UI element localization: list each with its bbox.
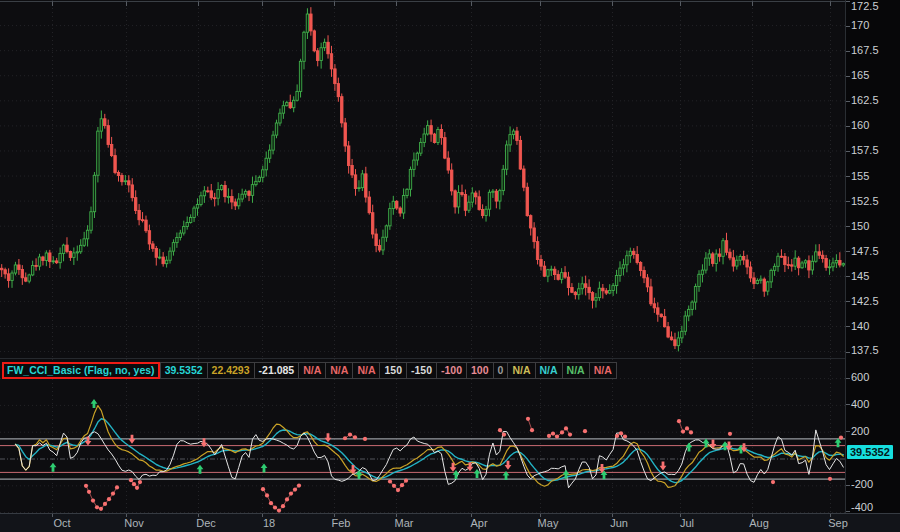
axis-tick-label: -200 (851, 478, 873, 490)
axis-tick-label: 150 (851, 220, 869, 232)
axis-tick-label: 140 (851, 320, 869, 332)
indicator-value-badge: 39.5352 (847, 445, 893, 459)
axis-tick-label: 400 (851, 398, 869, 410)
axis-tick (846, 101, 850, 102)
flag-dots (84, 417, 843, 513)
axis-tick (846, 51, 850, 52)
time-axis-tick (471, 514, 472, 517)
indicator-value-cell: N/A (325, 362, 353, 379)
axis-tick-label: 200 (851, 425, 869, 437)
time-axis-tick (752, 514, 753, 517)
time-axis-tick (680, 514, 681, 517)
time-axis-tick (262, 514, 263, 517)
time-axis-label: 18 (263, 517, 275, 529)
indicator-value-cell: N/A (535, 362, 563, 379)
indicator-panel[interactable]: FW_CCI_Basic (Flag, no, yes)39.535222.42… (0, 358, 845, 513)
axis-tick (846, 226, 850, 227)
indicator-value-cell: N/A (298, 362, 326, 379)
indicator-value-cell: N/A (562, 362, 590, 379)
time-axis-tick (334, 514, 335, 517)
axis-tick-label: 167.5 (851, 44, 879, 56)
price-panel[interactable] (0, 0, 845, 358)
indicator-value-cell: -21.085 (254, 362, 300, 379)
indicator-value-cell: 100 (466, 362, 494, 379)
indicator-value-cell: N/A (507, 362, 535, 379)
axis-tick (846, 1, 850, 2)
axis-tick-label: 147.5 (851, 245, 879, 257)
indicator-value-cell: 39.5352 (160, 362, 208, 379)
indicator-header-row: FW_CCI_Basic (Flag, no, yes)39.535222.42… (2, 362, 617, 379)
axis-tick-label: -400 (851, 501, 873, 513)
indicator-gridlines (0, 359, 845, 514)
axis-tick-label: 137.5 (851, 344, 879, 356)
indicator-value-cell: -100 (436, 362, 467, 379)
time-axis-tick (52, 514, 53, 517)
time-axis-label: Jun (610, 517, 628, 529)
indicator-value-cell: -150 (406, 362, 437, 379)
time-axis-label: Mar (395, 517, 414, 529)
time-axis-label: Jul (680, 517, 694, 529)
indicator-chart-canvas[interactable] (0, 359, 845, 514)
axis-tick-label: 142.5 (851, 295, 879, 307)
axis-tick-label: 162.5 (851, 94, 879, 106)
trading-chart-window: FW_CCI_Basic (Flag, no, yes)39.535222.42… (0, 0, 900, 532)
axis-tick-label: 155 (851, 170, 869, 182)
axis-tick-label: 172.5 (851, 0, 879, 12)
axis-tick (846, 151, 850, 152)
axis-tick (846, 485, 850, 486)
axis-tick-label: 165 (851, 69, 869, 81)
axis-tick (846, 301, 850, 302)
time-axis-label: Aug (749, 517, 769, 529)
price-gridlines (0, 0, 845, 358)
time-axis-tick (198, 514, 199, 517)
indicator-name-label[interactable]: FW_CCI_Basic (Flag, no, yes) (2, 362, 160, 379)
axis-tick (846, 26, 850, 27)
time-axis[interactable]: OctNovDec18FebMarAprMayJunJulAugSep (0, 513, 900, 532)
axis-tick-label: 160 (851, 119, 869, 131)
time-axis-label: Oct (53, 517, 70, 529)
axis-tick-label: 145 (851, 270, 869, 282)
time-axis-label: Apr (470, 517, 487, 529)
axis-tick (846, 326, 850, 327)
axis-tick (846, 378, 850, 379)
axis-tick-label: 157.5 (851, 144, 879, 156)
axis-tick (846, 431, 850, 432)
time-axis-tick (612, 514, 613, 517)
indicator-value-cell: 0 (493, 362, 509, 379)
price-axis[interactable]: 39.5352 172.5170167.5165162.5160157.5155… (845, 0, 900, 513)
axis-tick (846, 76, 850, 77)
axis-tick (846, 176, 850, 177)
time-axis-label: May (538, 517, 559, 529)
time-axis-label: Sep (828, 517, 848, 529)
indicator-lines (16, 406, 844, 488)
axis-tick (846, 276, 850, 277)
price-chart-canvas[interactable] (0, 0, 845, 358)
axis-tick (846, 511, 850, 512)
time-axis-tick (396, 514, 397, 517)
time-axis-label: Nov (124, 517, 144, 529)
time-axis-label: Feb (332, 517, 351, 529)
time-axis-tick (540, 514, 541, 517)
candles-group (1, 7, 845, 351)
axis-tick-label: 600 (851, 371, 869, 383)
time-axis-label: Dec (196, 517, 216, 529)
axis-tick-label: 170 (851, 19, 869, 31)
axis-tick (846, 251, 850, 252)
axis-tick (846, 404, 850, 405)
axis-tick (846, 201, 850, 202)
time-axis-tick (126, 514, 127, 517)
indicator-value-cell: 150 (379, 362, 407, 379)
axis-tick (846, 352, 850, 353)
indicator-value-cell: 22.4293 (207, 362, 255, 379)
axis-tick (846, 126, 850, 127)
axis-tick-label: 152.5 (851, 195, 879, 207)
indicator-value-cell: N/A (352, 362, 380, 379)
time-axis-tick (830, 514, 831, 517)
indicator-value-cell: N/A (589, 362, 617, 379)
